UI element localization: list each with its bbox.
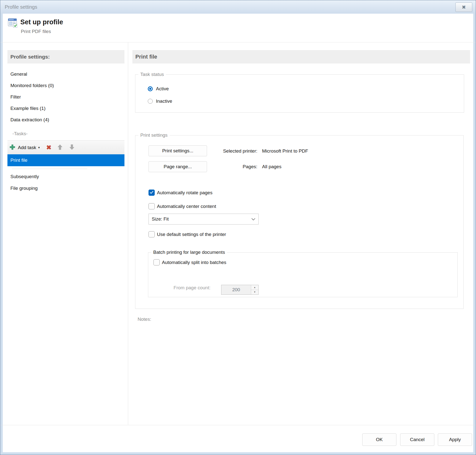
delete-task-button[interactable]: ✖ [40, 144, 51, 151]
sidebar-item-monitored-folders[interactable]: Monitored folders (0) [7, 80, 124, 91]
active-radio[interactable] [148, 86, 153, 91]
move-down-icon [69, 144, 75, 151]
split-batches-checkbox[interactable] [153, 259, 160, 265]
pages-label: Pages: [211, 163, 257, 170]
notes-label: Notes: [138, 317, 151, 322]
rotate-pages-checkbox[interactable] [149, 190, 155, 196]
window-border-bottom [0, 452, 476, 455]
delete-icon: ✖ [46, 144, 51, 151]
page-subtitle: Print PDF files [21, 29, 51, 34]
use-default-checkbox[interactable] [149, 231, 155, 237]
from-page-count-stepper[interactable]: 200 ▲ ▼ [221, 285, 259, 295]
selected-printer-label: Selected printer: [211, 148, 257, 154]
move-task-down-button[interactable] [69, 144, 75, 151]
center-content-label: Automatically center content [157, 203, 216, 210]
window-border-left [0, 14, 3, 455]
page-range-button[interactable]: Page range... [149, 161, 207, 172]
panel-divider [128, 42, 128, 425]
sidebar-item-example-files[interactable]: Example files (1) [7, 103, 124, 114]
size-dropdown-value: Size: Fit [152, 216, 169, 222]
window-border-right [473, 14, 476, 455]
task-status-group: Task status Active Inactive [135, 74, 464, 113]
sidebar-subdivider [12, 169, 87, 169]
sidebar-item-subsequently[interactable]: Subsequently [7, 171, 124, 182]
task-status-legend: Task status [138, 71, 166, 78]
sidebar-item-filter[interactable]: Filter [7, 91, 124, 103]
rotate-pages-label: Automatically rotate pages [157, 190, 212, 196]
tasks-section-label: -Tasks- [12, 131, 28, 136]
batch-printing-group: Batch printing for large documents Autom… [148, 252, 458, 297]
selected-printer-value: Microsoft Print to PDF [262, 148, 308, 154]
main-panel-title: Print file [132, 50, 470, 64]
move-up-icon [57, 144, 63, 151]
sidebar-item-data-extraction[interactable]: Data extraction (4) [7, 114, 124, 126]
batch-printing-legend: Batch printing for large documents [151, 249, 227, 256]
profile-settings-window: Profile settings ✖ Set up profile Print … [0, 0, 476, 455]
window-title: Profile settings [5, 0, 37, 14]
cancel-button[interactable]: Cancel [400, 433, 434, 446]
page-title: Set up profile [20, 18, 63, 26]
task-item-print-file[interactable]: Print file [7, 154, 124, 166]
add-task-button[interactable]: Add task ▾ [9, 144, 40, 151]
title-bar: Profile settings ✖ [0, 0, 476, 14]
spinner-down-icon: ▼ [254, 291, 256, 293]
spinner-up-icon: ▲ [254, 286, 256, 289]
active-radio-label[interactable]: Active [156, 86, 169, 92]
add-task-label: Add task [18, 145, 36, 150]
inactive-radio-label[interactable]: Inactive [156, 98, 172, 104]
close-icon: ✖ [462, 5, 466, 10]
sidebar-item-general[interactable]: General [7, 68, 124, 80]
setup-profile-icon [8, 18, 18, 29]
ok-button[interactable]: OK [362, 433, 396, 446]
apply-button[interactable]: Apply [438, 433, 472, 446]
sidebar-item-file-grouping[interactable]: File grouping [7, 183, 124, 194]
print-settings-button[interactable]: Print settings... [149, 145, 207, 156]
center-content-checkbox[interactable] [149, 203, 155, 209]
stepper-buttons: ▲ ▼ [251, 285, 258, 294]
sidebar-header: Profile settings: [7, 50, 124, 64]
close-button[interactable]: ✖ [455, 2, 472, 12]
chevron-down-icon [251, 216, 255, 222]
notes-label-clip: Notes: [138, 316, 151, 322]
footer-divider [0, 425, 476, 425]
split-batches-label: Automatically split into batches [162, 259, 226, 266]
header-divider [0, 42, 476, 42]
from-page-count-value[interactable]: 200 [221, 285, 251, 294]
spinner-up-button[interactable]: ▲ [251, 285, 258, 290]
checkmark-icon [149, 191, 154, 195]
size-dropdown[interactable]: Size: Fit [149, 214, 259, 225]
task-toolbar: Add task ▾ ✖ [7, 140, 124, 154]
inactive-radio[interactable] [148, 99, 153, 104]
use-default-label: Use default settings of the printer [157, 231, 226, 238]
spinner-down-button[interactable]: ▼ [251, 290, 258, 295]
move-task-up-button[interactable] [57, 144, 63, 151]
add-icon [9, 144, 15, 151]
print-settings-group: Print settings Print settings... Selecte… [135, 135, 464, 309]
print-settings-legend: Print settings [138, 132, 170, 138]
from-page-count-label: From page count: [163, 285, 210, 291]
pages-value: All pages [262, 163, 281, 170]
